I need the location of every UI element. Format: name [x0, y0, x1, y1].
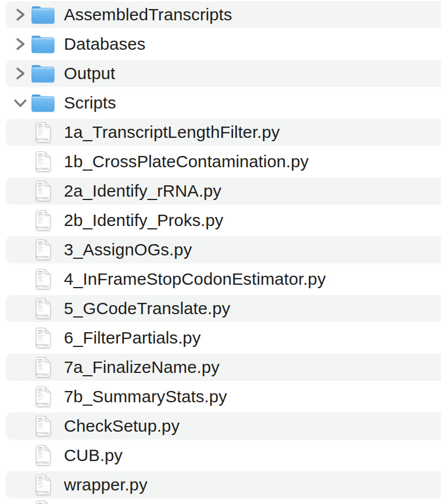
- folder-row[interactable]: AssembledTranscripts: [0, 0, 441, 29]
- file-row[interactable]: PYTHON: [0, 499, 441, 504]
- folder-icon: [31, 63, 55, 86]
- python-file-icon: PYTHON: [34, 386, 51, 409]
- svg-text:PYTHON: PYTHON: [37, 138, 49, 141]
- python-file-icon: PYTHON: [34, 151, 51, 174]
- python-file-icon: PYTHON: [34, 122, 51, 145]
- chevron-right-icon[interactable]: [13, 59, 28, 88]
- row-label: 7a_FinalizeName.py: [64, 358, 219, 377]
- python-file-icon: PYTHON: [34, 269, 51, 292]
- row-label: CheckSetup.py: [64, 416, 180, 436]
- python-file-icon: PYTHON: [34, 357, 51, 380]
- file-row[interactable]: PYTHON 5_GCodeTranslate.py: [0, 294, 441, 323]
- row-label: CUB.py: [64, 446, 123, 465]
- row-label: Databases: [64, 34, 145, 54]
- folder-row[interactable]: Scripts: [0, 88, 441, 118]
- svg-text:PYTHON: PYTHON: [37, 462, 49, 464]
- svg-text:PYTHON: PYTHON: [37, 373, 49, 376]
- svg-text:PYTHON: PYTHON: [37, 285, 49, 288]
- svg-text:PYTHON: PYTHON: [37, 256, 49, 259]
- svg-text:PYTHON: PYTHON: [37, 403, 49, 406]
- file-row[interactable]: PYTHON 4_InFrameStopCodonEstimator.py: [0, 264, 441, 294]
- file-row[interactable]: PYTHON CheckSetup.py: [0, 411, 441, 441]
- python-file-icon: PYTHON: [34, 328, 51, 350]
- file-row[interactable]: PYTHON 1a_TranscriptLengthFilter.py: [0, 118, 441, 147]
- python-file-icon: PYTHON: [34, 416, 51, 438]
- folder-row[interactable]: Databases: [0, 29, 441, 59]
- svg-text:PYTHON: PYTHON: [37, 344, 49, 347]
- svg-text:PYTHON: PYTHON: [37, 315, 49, 318]
- svg-text:PYTHON: PYTHON: [37, 227, 49, 229]
- file-row[interactable]: PYTHON 7b_SummaryStats.py: [0, 382, 441, 411]
- file-row[interactable]: PYTHON 3_AssignOGs.py: [0, 235, 441, 264]
- row-label: 6_FilterPartials.py: [64, 328, 201, 347]
- chevron-right-icon[interactable]: [13, 0, 28, 29]
- file-list: AssembledTranscripts: [0, 0, 441, 504]
- row-label: 7b_SummaryStats.py: [64, 387, 227, 406]
- row-label: 1a_TranscriptLengthFilter.py: [64, 123, 280, 142]
- row-label: 3_AssignOGs.py: [64, 240, 192, 259]
- python-file-icon: PYTHON: [34, 210, 51, 233]
- row-label: 4_InFrameStopCodonEstimator.py: [64, 270, 326, 289]
- file-row[interactable]: PYTHON 2a_Identify_rRNA.py: [0, 176, 441, 206]
- file-row[interactable]: PYTHON 1b_CrossPlateContamination.py: [0, 147, 441, 176]
- folder-icon: [31, 34, 55, 57]
- folder-row[interactable]: Output: [0, 59, 441, 88]
- row-label: 1b_CrossPlateContamination.py: [64, 152, 309, 171]
- python-file-icon: PYTHON: [34, 240, 51, 262]
- file-row[interactable]: PYTHON 7a_FinalizeName.py: [0, 353, 441, 382]
- folder-icon: [31, 5, 55, 27]
- file-row[interactable]: PYTHON wrapper.py: [0, 470, 441, 499]
- folder-icon: [31, 93, 55, 115]
- chevron-down-icon[interactable]: [13, 88, 28, 118]
- python-file-icon: PYTHON: [34, 445, 51, 468]
- file-row[interactable]: PYTHON CUB.py: [0, 441, 441, 470]
- row-label: 5_GCodeTranslate.py: [64, 299, 230, 318]
- row-label: AssembledTranscripts: [64, 5, 232, 24]
- file-row[interactable]: PYTHON 2b_Identify_Proks.py: [0, 206, 441, 235]
- row-label: wrapper.py: [64, 475, 148, 494]
- chevron-right-icon[interactable]: [13, 29, 28, 59]
- row-label: 2a_Identify_rRNA.py: [64, 181, 222, 201]
- svg-text:PYTHON: PYTHON: [37, 432, 49, 435]
- row-label: Output: [64, 64, 115, 83]
- svg-text:PYTHON: PYTHON: [37, 197, 49, 200]
- svg-text:PYTHON: PYTHON: [37, 168, 49, 171]
- python-file-icon: PYTHON: [34, 181, 51, 203]
- python-file-icon: PYTHON: [34, 501, 51, 504]
- python-file-icon: PYTHON: [34, 298, 51, 321]
- file-row[interactable]: PYTHON 6_FilterPartials.py: [0, 323, 441, 353]
- svg-text:PYTHON: PYTHON: [37, 491, 49, 494]
- row-label: Scripts: [64, 93, 116, 112]
- python-file-icon: PYTHON: [34, 475, 51, 497]
- file-browser-list-view: AssembledTranscripts: [0, 0, 441, 504]
- row-label: 2b_Identify_Proks.py: [64, 211, 223, 230]
